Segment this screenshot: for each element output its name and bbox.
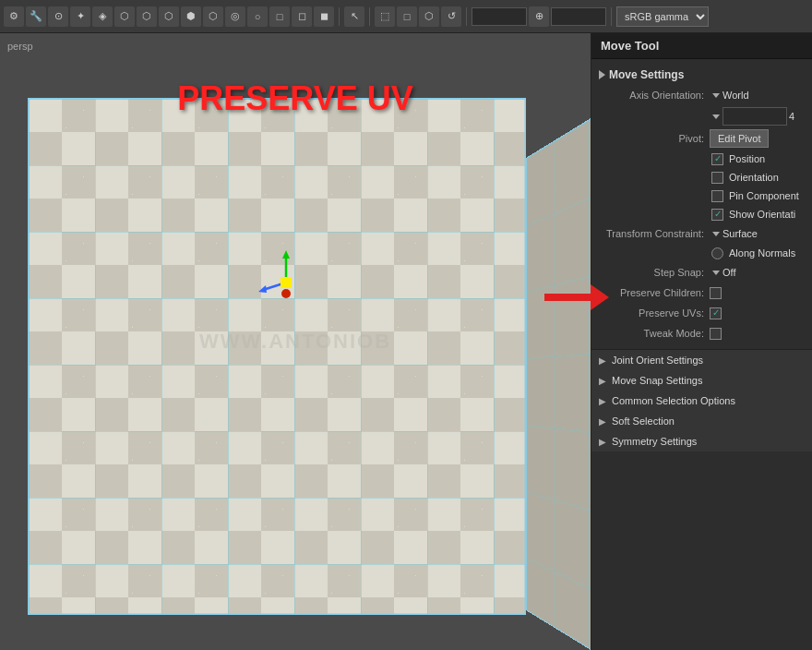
toolbar-icon-17[interactable]: □ [397, 6, 417, 27]
preserve-children-checkbox[interactable] [710, 287, 722, 299]
toolbar-sep-4 [611, 7, 612, 26]
tweak-mode-checkbox[interactable] [710, 328, 722, 340]
preserve-uvs-row: Preserve UVs: [591, 303, 812, 323]
move-settings-header-row: Move Settings [591, 65, 812, 85]
camera-label: persp [7, 41, 33, 52]
edit-pivot-button[interactable]: Edit Pivot [710, 129, 769, 148]
toolbar-icon-10[interactable]: ⬡ [203, 6, 223, 27]
axis-orient-dropdown-icon [712, 93, 720, 98]
svg-point-5 [281, 289, 291, 298]
pin-component-checkbox-label: Pin Component [729, 190, 799, 201]
right-panel: Move Tool Move Settings Axis Orientation… [591, 33, 812, 650]
toolbar-icon-14[interactable]: ◻ [292, 6, 312, 27]
move-snap-section-header[interactable]: ▶ Move Snap Settings [591, 370, 812, 391]
common-selection-title: Common Selection Options [612, 395, 735, 406]
preserve-uvs-checkbox[interactable] [710, 307, 722, 319]
tweak-mode-row: Tweak Mode: [591, 323, 812, 343]
toolbar-icon-16[interactable]: ⬚ [375, 6, 395, 27]
toolbar-icon-18[interactable]: ⬡ [419, 6, 439, 27]
step-snap-label: Step Snap: [599, 267, 710, 278]
soft-selection-section-header[interactable]: ▶ Soft Selection [591, 411, 812, 431]
along-normals-radio[interactable] [711, 247, 723, 259]
along-normals-row: Along Normals [591, 244, 812, 262]
cube-front-face [28, 98, 526, 615]
axis-orientation-value: World [722, 90, 805, 101]
panel-title: Move Tool [591, 33, 812, 59]
main-area: PRESERVE UV [0, 33, 812, 650]
symmetry-arrow: ▶ [599, 437, 606, 447]
joint-orient-section-header[interactable]: ▶ Joint Orient Settings [591, 350, 812, 370]
preserve-children-row: Preserve Children: [591, 283, 812, 303]
orientation-checkbox[interactable] [711, 172, 723, 184]
symmetry-section-header[interactable]: ▶ Symmetry Settings [591, 431, 812, 451]
toolbar-sep-3 [466, 7, 467, 26]
orientation-checkbox-label: Orientation [729, 172, 779, 183]
toolbar-icon-1[interactable]: ⚙ [4, 6, 24, 27]
toolbar-icon-8[interactable]: ⬡ [159, 6, 179, 27]
step-snap-row: Step Snap: Off [591, 262, 812, 283]
toolbar-icon-5[interactable]: ◈ [92, 6, 113, 27]
toolbar-icon-7[interactable]: ⬡ [137, 6, 157, 27]
move-settings-label: Move Settings [609, 68, 684, 81]
preserve-uvs-label: Preserve UVs: [599, 307, 710, 319]
toolbar-icon-6[interactable]: ⬡ [114, 6, 135, 27]
common-selection-section-header[interactable]: ▶ Common Selection Options [591, 391, 812, 411]
transform-constraint-label: Transform Constraint: [599, 228, 710, 239]
orientation-checkbox-row: Orientation [591, 168, 812, 187]
transform-constraint-row: Transform Constraint: Surface [591, 223, 812, 244]
show-orient-checkbox-row: Show Orientati [591, 205, 812, 223]
svg-marker-3 [258, 285, 267, 293]
toolbar-sep-1 [339, 7, 340, 26]
axis-orientation-row: Axis Orientation: World [591, 85, 812, 105]
toolbar-icon-20[interactable]: ⊕ [529, 6, 549, 27]
move-settings-triangle [599, 70, 605, 79]
toolbar-sep-2 [369, 7, 370, 26]
toolbar-icon-19[interactable]: ↺ [441, 6, 461, 27]
pin-component-checkbox-row: Pin Component [591, 187, 812, 205]
numeric-value-row: -27.9383 4 [591, 105, 812, 127]
snap-value-input[interactable]: 0.00 [472, 7, 527, 26]
toolbar-icon-4[interactable]: ✦ [70, 6, 90, 27]
cube-right-face [526, 103, 591, 650]
color-mode-select[interactable]: sRGB gamma [616, 6, 709, 27]
pin-component-checkbox[interactable] [711, 190, 723, 202]
scale-value-input[interactable]: 1.00 [551, 7, 606, 26]
toolbar-icon-11[interactable]: ◎ [225, 6, 245, 27]
move-snap-title: Move Snap Settings [612, 375, 702, 386]
soft-selection-arrow: ▶ [599, 416, 606, 427]
show-orient-checkbox[interactable] [711, 209, 723, 221]
viewport[interactable]: PRESERVE UV [0, 33, 591, 650]
move-gizmo [249, 246, 323, 319]
toolbar-icon-3[interactable]: ⊙ [48, 6, 68, 27]
joint-orient-arrow: ▶ [599, 355, 606, 366]
toolbar-icon-13[interactable]: □ [269, 6, 290, 27]
toolbar-icon-2[interactable]: 🔧 [26, 6, 46, 27]
svg-marker-1 [282, 250, 290, 259]
preserve-children-label: Preserve Children: [599, 287, 710, 298]
toolbar-icon-9[interactable]: ⬢ [181, 6, 201, 27]
cube-area [18, 70, 572, 632]
transform-dropdown-icon [712, 232, 720, 236]
position-checkbox[interactable] [711, 153, 723, 165]
svg-rect-4 [281, 277, 292, 288]
along-normals-label: Along Normals [729, 247, 795, 259]
select-tool-icon[interactable]: ↖ [344, 6, 364, 27]
move-settings-section: Move Settings Axis Orientation: World -2… [591, 59, 812, 350]
axis-orientation-label: Axis Orientation: [599, 90, 710, 101]
front-face-checker [28, 98, 526, 615]
front-face-grid [29, 99, 525, 614]
step-snap-dropdown-icon [712, 271, 720, 275]
pivot-row: Pivot: Edit Pivot [591, 127, 812, 150]
tweak-mode-label: Tweak Mode: [599, 328, 710, 339]
step-snap-value: Off [722, 267, 805, 278]
toolbar-icon-15[interactable]: ◼ [314, 6, 334, 27]
show-orient-checkbox-label: Show Orientati [729, 209, 795, 220]
soft-selection-title: Soft Selection [612, 415, 675, 427]
symmetry-title: Symmetry Settings [612, 436, 697, 447]
common-selection-arrow: ▶ [599, 396, 606, 406]
toolbar-icon-12[interactable]: ○ [247, 6, 268, 27]
numeric-value-extra: 4 [789, 111, 794, 122]
move-snap-arrow: ▶ [599, 376, 606, 386]
numeric-value-input[interactable]: -27.9383 [722, 107, 787, 126]
right-face-grid [527, 105, 591, 650]
